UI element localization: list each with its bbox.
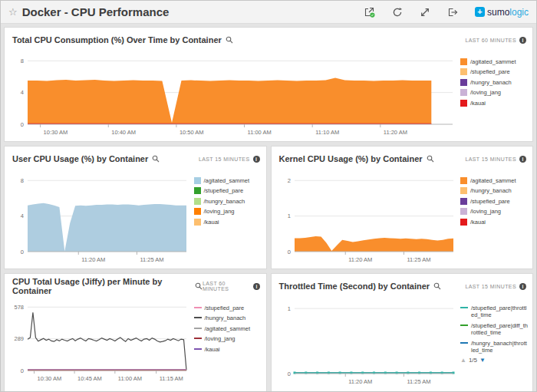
legend-swatch-icon bbox=[194, 307, 202, 308]
legend-swatch-icon bbox=[194, 317, 202, 318]
svg-text:11:25 AM: 11:25 AM bbox=[140, 256, 163, 263]
legend-label: /kauai bbox=[205, 346, 220, 353]
legend-label: /hungry_banach bbox=[470, 187, 512, 194]
legend-swatch-icon bbox=[460, 324, 468, 326]
expand-icon bbox=[420, 7, 430, 18]
chart-kernel-cpu-usage[interactable]: 01211:20 AM11:25 AM bbox=[275, 168, 460, 265]
export-button[interactable] bbox=[444, 5, 461, 19]
legend-item[interactable]: /hungry_banach bbox=[194, 198, 262, 205]
svg-text:0: 0 bbox=[21, 367, 24, 374]
legend-swatch-icon bbox=[194, 219, 201, 226]
info-icon[interactable]: i bbox=[519, 37, 526, 44]
refresh-button[interactable] bbox=[389, 5, 406, 19]
legend-swatch-icon bbox=[460, 68, 467, 75]
legend-item[interactable]: /kauai bbox=[460, 219, 528, 226]
legend: /agitated_sammet/hungry_banach/stupefied… bbox=[459, 168, 529, 265]
chart-throttled-time[interactable]: 0111:20 AM11:25 AM bbox=[275, 295, 460, 390]
legend-item[interactable]: /stupefied_pare|throttled_time bbox=[460, 305, 528, 319]
legend-swatch-icon bbox=[460, 177, 467, 184]
svg-text:0: 0 bbox=[287, 371, 290, 377]
legend-item[interactable]: /loving_jang bbox=[460, 89, 528, 96]
legend-swatch-icon bbox=[194, 187, 201, 194]
pager-down-icon[interactable]: ▼ bbox=[479, 357, 486, 364]
zoom-icon[interactable] bbox=[152, 155, 160, 163]
zoom-icon[interactable] bbox=[195, 282, 203, 290]
info-icon[interactable]: i bbox=[253, 283, 259, 290]
legend-swatch-icon bbox=[194, 338, 202, 339]
svg-text:8: 8 bbox=[21, 177, 24, 184]
sumologic-logo[interactable]: + sumologic bbox=[475, 7, 529, 18]
dashboard-header: ☆ Docker - CPU Performance bbox=[1, 1, 536, 24]
zoom-icon[interactable] bbox=[226, 36, 233, 44]
svg-text:1: 1 bbox=[287, 305, 290, 312]
legend-swatch-icon bbox=[194, 328, 202, 329]
legend-item[interactable]: /loving_jang bbox=[460, 208, 528, 215]
panel-cpu-total-usage-jiffy: CPU Total Usage (Jiffy) per Minute by Co… bbox=[4, 273, 267, 392]
zoom-icon[interactable] bbox=[433, 282, 441, 290]
chart-user-cpu-usage[interactable]: 04811:20 AM11:25 AM bbox=[8, 168, 193, 265]
chart-cpu-total-usage-jiffy[interactable]: 028957810:30 AM10:45 AM11:00 AM11:15 AM bbox=[8, 295, 193, 390]
panel-body: 04810:30 AM10:40 AM10:50 AM11:00 AM11:10… bbox=[5, 48, 532, 141]
info-icon[interactable]: i bbox=[519, 156, 526, 163]
legend-label: /kauai bbox=[470, 219, 486, 226]
svg-text:10:40 AM: 10:40 AM bbox=[111, 129, 136, 136]
svg-text:10:45 AM: 10:45 AM bbox=[77, 375, 102, 382]
svg-text:578: 578 bbox=[14, 304, 24, 311]
legend-item[interactable]: /stupefied_pare bbox=[460, 198, 528, 205]
legend-swatch-icon bbox=[194, 177, 201, 184]
legend-item[interactable]: /agitated_sammet bbox=[460, 177, 528, 184]
svg-text:289: 289 bbox=[14, 335, 24, 342]
legend-item[interactable]: /stupefied_pare|diff_throttled_time bbox=[460, 322, 528, 337]
legend-swatch-icon bbox=[460, 187, 467, 194]
legend-item[interactable]: /loving_jang bbox=[194, 335, 262, 342]
legend-swatch-icon bbox=[460, 89, 467, 96]
zoom-icon[interactable] bbox=[427, 155, 434, 163]
legend-label: /kauai bbox=[204, 219, 219, 226]
legend-item[interactable]: /hungry_banach bbox=[194, 315, 262, 321]
svg-text:11:15 AM: 11:15 AM bbox=[160, 375, 183, 382]
time-range-badge: LAST 60 MINUTES bbox=[203, 281, 250, 292]
legend-item[interactable]: /stupefied_pare bbox=[194, 305, 262, 311]
legend-item[interactable]: /hungry_banach|throttled_time bbox=[460, 340, 528, 354]
panel-title: Throttled Time (Second) by Container bbox=[279, 282, 430, 291]
panel-total-cpu-consumption: Total CPU Consumption (%) Over Time by C… bbox=[4, 27, 533, 142]
pager-page-indicator: 1/5 bbox=[469, 357, 477, 364]
legend-item[interactable]: /kauai bbox=[460, 100, 528, 107]
fullscreen-button[interactable] bbox=[417, 5, 433, 19]
chart-total-cpu-consumption[interactable]: 04810:30 AM10:40 AM10:50 AM11:00 AM11:10… bbox=[8, 49, 459, 138]
legend-swatch-icon bbox=[460, 307, 468, 308]
legend-label: /hungry_banach bbox=[204, 198, 245, 205]
panel-row: User CPU Usage (%) by Container LAST 15 … bbox=[4, 146, 533, 269]
chart-svg: 04811:20 AM11:25 AM bbox=[8, 168, 193, 265]
legend-item[interactable]: /stupefied_pare bbox=[460, 68, 528, 75]
share-icon bbox=[364, 6, 375, 18]
legend-item[interactable]: /agitated_sammet bbox=[194, 325, 262, 332]
legend-label: /stupefied_pare bbox=[205, 305, 245, 311]
legend-item[interactable]: /hungry_banach bbox=[460, 79, 528, 86]
logo-text-sumo: sumo bbox=[487, 7, 509, 18]
legend-item[interactable]: /agitated_sammet bbox=[460, 58, 528, 65]
logo-text-logic: logic bbox=[509, 7, 529, 18]
legend-item[interactable]: /hungry_banach bbox=[460, 187, 528, 194]
panel-throttled-time: Throttled Time (Second) by Container LAS… bbox=[271, 273, 534, 392]
legend-label: /agitated_sammet bbox=[204, 177, 250, 184]
svg-text:11:25 AM: 11:25 AM bbox=[407, 256, 430, 263]
dashboard-title: Docker - CPU Performance bbox=[22, 5, 170, 18]
legend-label: /hungry_banach bbox=[205, 315, 246, 321]
info-icon[interactable]: i bbox=[253, 156, 260, 163]
legend-item[interactable]: /loving_jang bbox=[194, 208, 262, 215]
legend-label: /stupefied_pare|diff_throttled_time bbox=[471, 322, 528, 337]
legend: /stupefied_pare|throttled_time/stupefied… bbox=[459, 295, 529, 390]
info-icon[interactable]: i bbox=[519, 283, 526, 290]
legend-item[interactable]: /kauai bbox=[194, 346, 262, 353]
share-dashboard-button[interactable] bbox=[361, 5, 378, 19]
legend-item[interactable]: /kauai bbox=[194, 219, 262, 226]
legend-label: /agitated_sammet bbox=[470, 58, 516, 65]
chart-svg: 04810:30 AM10:40 AM10:50 AM11:00 AM11:10… bbox=[8, 49, 459, 138]
pager-up-icon[interactable]: ▲ bbox=[460, 357, 466, 364]
svg-text:11:00 AM: 11:00 AM bbox=[248, 129, 272, 136]
favorite-star-icon[interactable]: ☆ bbox=[8, 6, 18, 18]
svg-text:4: 4 bbox=[21, 212, 24, 219]
legend-item[interactable]: /stupefied_pare bbox=[194, 187, 262, 194]
legend-item[interactable]: /agitated_sammet bbox=[194, 177, 262, 184]
